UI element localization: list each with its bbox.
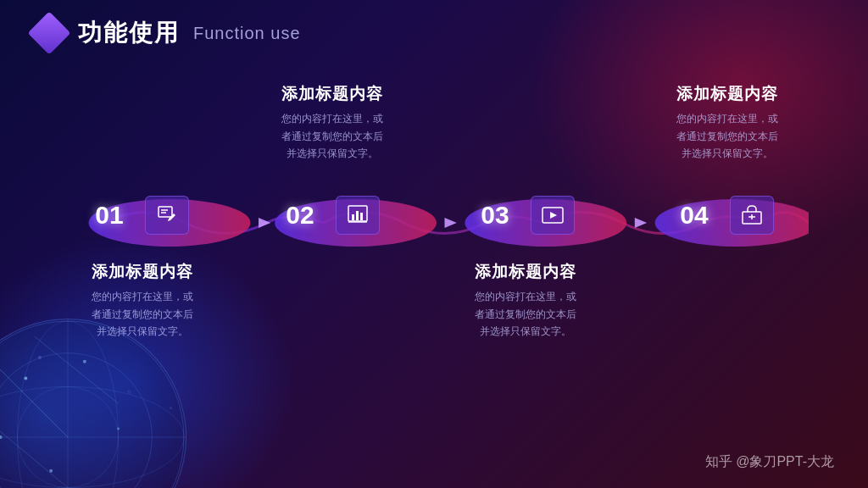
diamond-icon: [28, 12, 71, 55]
step-04-num: 04: [680, 201, 708, 230]
step-04: 04: [665, 191, 774, 239]
shop-icon: [740, 203, 764, 227]
svg-rect-29: [360, 213, 363, 220]
text-block-04-body: 您的内容打在这里，或者通过复制您的文本后并选择只保留文字。: [643, 110, 812, 163]
text-block-02-title: 添加标题内容: [248, 83, 417, 105]
step-02: 02: [271, 191, 380, 239]
step-01: 01: [81, 191, 189, 239]
text-block-02-body: 您的内容打在这里，或者通过复制您的文本后并选择只保留文字。: [248, 110, 417, 163]
text-block-03-body: 您的内容打在这里，或者通过复制您的文本后并选择只保留文字。: [441, 288, 610, 341]
chart-icon: [346, 203, 370, 227]
step-03-icon-box: [531, 196, 575, 235]
step-03-num: 03: [481, 201, 509, 230]
text-block-03: 添加标题内容 您的内容打在这里，或者通过复制您的文本后并选择只保留文字。: [441, 261, 610, 341]
svg-marker-16: [259, 218, 270, 228]
text-block-03-title: 添加标题内容: [441, 261, 610, 283]
step-03: 03: [466, 191, 575, 239]
step-02-num: 02: [286, 201, 314, 230]
flow-area: 01 02: [34, 66, 834, 388]
svg-marker-31: [550, 212, 557, 219]
text-block-01-body: 您的内容打在这里，或者通过复制您的文本后并选择只保留文字。: [58, 288, 227, 341]
svg-marker-20: [635, 218, 647, 228]
svg-marker-18: [445, 218, 457, 228]
text-block-01: 添加标题内容 您的内容打在这里，或者通过复制您的文本后并选择只保留文字。: [58, 261, 227, 341]
step-01-icon-box: [145, 196, 189, 235]
page-title-cn: 功能使用: [78, 17, 180, 49]
svg-rect-22: [159, 207, 172, 217]
step-01-num: 01: [95, 201, 123, 230]
svg-rect-27: [352, 214, 354, 220]
page-header: 功能使用 Function use: [34, 17, 834, 49]
step-04-icon-box: [730, 196, 774, 235]
watermark: 知乎 @象刀PPT-大龙: [705, 453, 834, 471]
svg-rect-28: [356, 211, 359, 220]
page-title-en: Function use: [193, 24, 301, 43]
play-icon: [541, 203, 565, 227]
text-block-04: 添加标题内容 您的内容打在这里，或者通过复制您的文本后并选择只保留文字。: [643, 83, 812, 163]
text-block-01-title: 添加标题内容: [58, 261, 227, 283]
text-block-02: 添加标题内容 您的内容打在这里，或者通过复制您的文本后并选择只保留文字。: [248, 83, 417, 163]
edit-icon: [155, 203, 179, 227]
step-02-icon-box: [336, 196, 380, 235]
text-block-04-title: 添加标题内容: [643, 83, 812, 105]
main-content: 功能使用 Function use: [0, 0, 868, 488]
